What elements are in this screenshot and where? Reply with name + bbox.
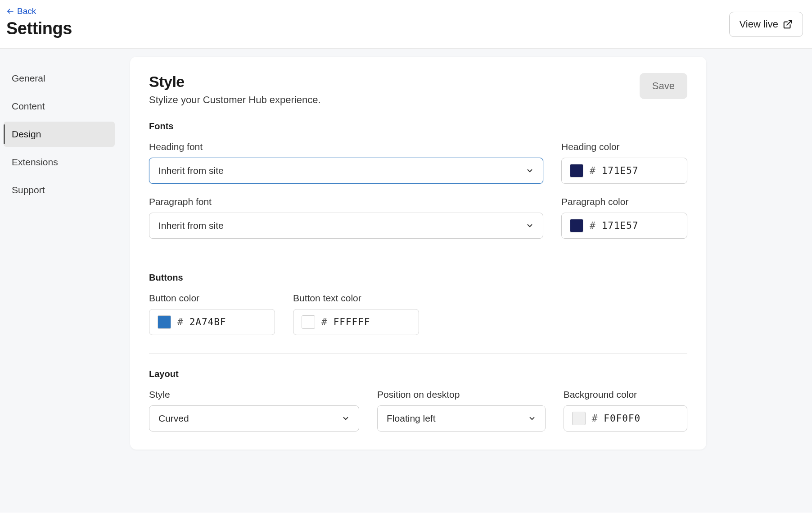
svg-line-1	[787, 21, 791, 25]
fonts-section-heading: Fonts	[149, 121, 687, 132]
sidebar-item-label: Content	[12, 101, 45, 111]
save-button[interactable]: Save	[640, 73, 687, 99]
button-text-color-field: Button text color # FFFFFF	[293, 293, 419, 335]
heading-color-swatch	[570, 164, 583, 177]
button-color-swatch	[158, 315, 171, 329]
layout-style-select[interactable]: Curved	[149, 405, 359, 432]
divider	[149, 353, 687, 354]
hash-symbol: #	[321, 317, 327, 327]
external-link-icon	[783, 19, 793, 29]
layout-position-select[interactable]: Floating left	[377, 405, 546, 432]
hash-symbol: #	[590, 220, 595, 231]
button-color-field: Button color # 2A74BF	[149, 293, 275, 335]
page-title: Settings	[6, 19, 72, 38]
sidebar-item-general[interactable]: General	[4, 66, 115, 91]
style-panel: Style Stylize your Customer Hub experien…	[130, 57, 706, 450]
chevron-down-icon	[528, 414, 536, 423]
content-wrap: Style Stylize your Customer Hub experien…	[119, 49, 812, 513]
heading-font-select[interactable]: Inherit from site	[149, 158, 543, 184]
layout-style-field: Style Curved	[149, 389, 359, 432]
layout-position-value: Floating left	[387, 413, 436, 424]
sidebar-item-content[interactable]: Content	[4, 94, 115, 119]
buttons-row: Button color # 2A74BF Button text color …	[149, 293, 687, 335]
layout-position-label: Position on desktop	[377, 389, 546, 400]
layout-bg-color-field: Background color # F0F0F0	[564, 389, 687, 432]
sidebar-item-label: Support	[12, 185, 45, 195]
panel-title: Style	[149, 73, 321, 91]
layout-bg-color-hex: F0F0F0	[604, 413, 641, 424]
heading-color-label: Heading color	[561, 141, 687, 152]
save-button-label: Save	[652, 80, 675, 91]
layout-bg-color-label: Background color	[564, 389, 687, 400]
heading-font-value: Inherit from site	[158, 165, 224, 176]
paragraph-color-input[interactable]: # 171E57	[561, 213, 687, 239]
page-header: Back Settings View live	[0, 0, 812, 49]
paragraph-font-value: Inherit from site	[158, 220, 224, 231]
button-text-color-input[interactable]: # FFFFFF	[293, 309, 419, 335]
view-live-label: View live	[740, 18, 778, 30]
layout-bg-color-swatch	[572, 412, 586, 425]
sidebar-item-label: Extensions	[12, 157, 58, 167]
view-live-button[interactable]: View live	[729, 12, 803, 37]
body-area: General Content Design Extensions Suppor…	[0, 49, 812, 513]
paragraph-font-row: Paragraph font Inherit from site Paragra…	[149, 196, 687, 239]
sidebar-item-label: General	[12, 73, 45, 83]
sidebar-item-design[interactable]: Design	[4, 122, 115, 147]
button-text-color-hex: FFFFFF	[334, 317, 370, 327]
paragraph-font-field: Paragraph font Inherit from site	[149, 196, 543, 239]
settings-sidebar: General Content Design Extensions Suppor…	[0, 49, 119, 513]
layout-style-value: Curved	[158, 413, 189, 424]
layout-section-heading: Layout	[149, 369, 687, 379]
panel-title-block: Style Stylize your Customer Hub experien…	[149, 73, 321, 106]
button-text-color-label: Button text color	[293, 293, 419, 304]
paragraph-color-hex: 171E57	[602, 220, 639, 231]
chevron-down-icon	[526, 222, 534, 230]
layout-bg-color-input[interactable]: # F0F0F0	[564, 405, 687, 432]
sidebar-item-support[interactable]: Support	[4, 177, 115, 203]
layout-style-label: Style	[149, 389, 359, 400]
back-link[interactable]: Back	[6, 6, 72, 16]
divider	[149, 257, 687, 257]
sidebar-item-label: Design	[12, 129, 41, 139]
layout-row: Style Curved Position on desktop Floatin…	[149, 389, 687, 432]
hash-symbol: #	[590, 165, 595, 176]
panel-subtitle: Stylize your Customer Hub experience.	[149, 94, 321, 106]
arrow-left-icon	[6, 7, 14, 15]
hash-symbol: #	[177, 317, 183, 327]
layout-position-field: Position on desktop Floating left	[377, 389, 546, 432]
header-left: Back Settings	[6, 6, 72, 38]
heading-color-hex: 171E57	[602, 165, 639, 176]
heading-font-row: Heading font Inherit from site Heading c…	[149, 141, 687, 184]
paragraph-font-select[interactable]: Inherit from site	[149, 213, 543, 239]
chevron-down-icon	[342, 414, 350, 423]
buttons-section-heading: Buttons	[149, 273, 687, 283]
paragraph-color-label: Paragraph color	[561, 196, 687, 207]
hash-symbol: #	[592, 413, 598, 424]
heading-color-input[interactable]: # 171E57	[561, 158, 687, 184]
chevron-down-icon	[526, 167, 534, 175]
back-link-label: Back	[17, 6, 36, 16]
heading-color-field: Heading color # 171E57	[561, 141, 687, 184]
paragraph-font-label: Paragraph font	[149, 196, 543, 207]
button-color-hex: 2A74BF	[189, 317, 226, 327]
button-color-label: Button color	[149, 293, 275, 304]
paragraph-color-field: Paragraph color # 171E57	[561, 196, 687, 239]
panel-head: Style Stylize your Customer Hub experien…	[149, 73, 687, 106]
button-text-color-swatch	[302, 315, 315, 329]
button-color-input[interactable]: # 2A74BF	[149, 309, 275, 335]
sidebar-item-extensions[interactable]: Extensions	[4, 150, 115, 175]
heading-font-field: Heading font Inherit from site	[149, 141, 543, 184]
heading-font-label: Heading font	[149, 141, 543, 152]
paragraph-color-swatch	[570, 219, 583, 232]
